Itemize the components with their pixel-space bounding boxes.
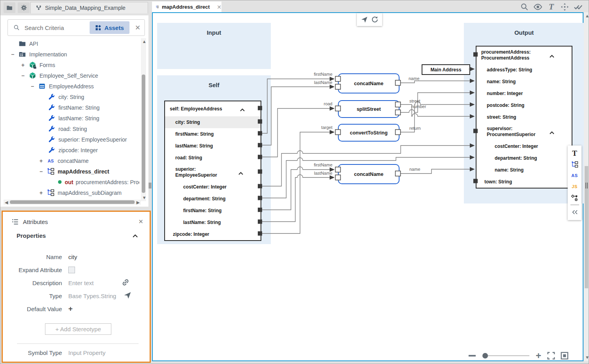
collapse-icon[interactable] [240,107,245,113]
name-value-field[interactable]: city [68,254,77,260]
output-row-postcode[interactable]: postcode: String [476,99,572,111]
self-node-header[interactable]: self: EmployeeAddress [165,101,261,116]
collapse-palette-icon[interactable] [568,207,581,218]
self-row-department[interactable]: department: String [165,193,261,205]
self-row-sup-lastname[interactable]: lastName: String [165,217,261,228]
properties-collapse-icon[interactable] [133,232,138,239]
output-row-name[interactable]: name: String [476,76,572,88]
diagram-tab-close-icon[interactable]: ✕ [217,4,221,10]
subdiagram-tool[interactable] [568,159,581,170]
output-row-costcenter[interactable]: costCenter: Integer [476,140,572,152]
tree-item-road[interactable]: road: String [0,123,139,134]
add-default-value-icon[interactable]: + [68,304,73,313]
scroll-right-icon[interactable]: ▶ [137,200,140,205]
tree-item-api[interactable]: API [0,38,139,49]
expand-expander[interactable]: + [38,190,44,196]
tree-item-mapaddress-direct[interactable]: − mapAddress_direct [0,166,139,177]
description-field[interactable]: Enter text [68,280,94,286]
zoom-in-icon[interactable]: + [536,352,541,360]
tree-item-firstname[interactable]: firstName: String [0,102,139,113]
link-description-icon[interactable] [121,278,130,288]
tree-vertical-scrollbar[interactable]: ▲ ▼ [141,38,146,201]
self-row-superior[interactable]: superior: EmployeeSuperior [165,164,261,181]
refresh-icon[interactable] [371,16,379,23]
tree-item-employee-self-service[interactable]: − Employee_Self_Service [0,70,139,81]
fit-view-icon[interactable] [560,351,569,360]
open-folder-button[interactable] [4,2,15,13]
collapse-icon[interactable] [550,130,554,136]
self-row-city[interactable]: city: String [165,116,261,128]
scroll-left-icon[interactable]: ◀ [5,200,8,205]
tree-item-city[interactable]: city: String [0,91,139,102]
right-splitter-grip[interactable] [585,183,588,189]
output-row-sup-name[interactable]: name: String [476,164,572,176]
output-row-number[interactable]: number: Integer [476,88,572,99]
self-node[interactable]: self: EmployeeAddress city: String first… [164,101,261,241]
settings-button[interactable] [18,2,30,13]
expand-expander[interactable]: + [38,158,44,164]
assets-filter-button[interactable]: Assets [90,21,129,34]
diagram-canvas[interactable]: Input Self Output self: EmployeeAddress … [152,12,583,361]
fullscreen-icon[interactable] [547,351,555,360]
zoom-out-icon[interactable] [469,355,476,357]
left-splitter-grip[interactable] [148,183,152,189]
edge-group[interactable] [262,69,474,233]
output-row-supervisor[interactable]: supervisor: ProcurementSuperior [476,123,572,140]
collapse-expander[interactable]: − [20,73,26,79]
tree-item-concatname[interactable]: + AS concatName [0,155,139,166]
tree-item-zipcode[interactable]: zipcode: Integer [0,145,139,155]
function-splitstreet[interactable]: splitStreet [338,100,400,118]
function-converttostring[interactable]: convertToString [338,124,400,142]
self-row-zipcode[interactable]: zipcode: Integer [165,228,261,240]
attributes-close-icon[interactable]: ✕ [138,218,143,225]
output-row-department[interactable]: department: String [476,152,572,164]
validate-icon[interactable] [573,2,583,12]
self-row-road[interactable]: road: String [165,152,261,164]
output-row-town[interactable]: town: String [476,176,572,188]
collapse-expander[interactable]: − [38,168,44,175]
type-field[interactable]: Base Types.String [68,293,116,299]
collapse-icon[interactable] [550,54,554,60]
javascript-tool[interactable]: JS [568,181,581,192]
add-stereotype-button[interactable]: + Add Stereotype [45,323,111,335]
text-mode-icon[interactable]: T [546,2,556,12]
preview-eye-icon[interactable] [533,2,543,12]
constant-main-address[interactable]: Main Address [422,64,470,75]
tree-item-implementation[interactable]: − Implementation [0,49,139,60]
collapse-expander[interactable]: − [10,51,15,58]
text-tool[interactable]: T [568,148,581,159]
output-row-addresstype[interactable]: addressType: String [476,64,572,76]
output-row-street[interactable]: street: String [476,111,572,123]
tree-item-forms[interactable]: + Forms [0,60,139,70]
diagram-tab[interactable]: mapAddress_direct ✕ [152,2,221,12]
collapse-expander[interactable]: − [30,83,35,90]
flow-tool[interactable] [568,192,581,203]
pan-mode-icon[interactable] [560,2,570,12]
analytic-script-tool[interactable]: AS [568,170,581,181]
expand-attribute-checkbox[interactable] [68,267,75,273]
self-row-lastname[interactable]: lastName: String [165,140,261,152]
self-row-costcenter[interactable]: costCenter: Integer [165,181,261,193]
tree-item-lastname[interactable]: lastName: String [0,113,139,123]
function-concatname-2[interactable]: concatName [338,164,400,184]
scroll-up-icon[interactable]: ▲ [585,14,589,18]
output-node[interactable]: procurementAddress: ProcurementAddress a… [476,46,572,189]
scroll-down-icon[interactable]: ▼ [142,196,146,200]
project-tab[interactable]: Simple_Data_Mapping_Example [30,2,148,13]
self-row-firstname[interactable]: firstName: String [165,128,261,140]
scroll-down-icon[interactable]: ▼ [585,355,589,360]
collapse-icon[interactable] [238,171,243,177]
tree-item-employee-address[interactable]: − EmployeeAddress [0,81,139,91]
zoom-slider[interactable] [480,352,531,360]
search-close-icon[interactable]: ✕ [135,24,141,32]
function-concatname-1[interactable]: concatName [338,73,400,93]
tree-horizontal-scrollbar[interactable]: ◀ ▶ [4,200,141,205]
search-icon[interactable] [520,2,529,12]
tree-item-mapaddress-subdiagram[interactable]: + mapAddress_subDiagram [0,187,139,198]
navigate-icon[interactable] [360,16,368,23]
tree-item-out-procurementaddress[interactable]: out procurementAddress: Procu [0,177,139,187]
search-bar[interactable]: Search Criteria Assets ✕ [8,19,145,36]
search-input[interactable]: Search Criteria [24,24,90,31]
expand-expander[interactable]: + [20,62,26,68]
tree-item-superior[interactable]: superior: EmployeeSuperior [0,134,139,145]
